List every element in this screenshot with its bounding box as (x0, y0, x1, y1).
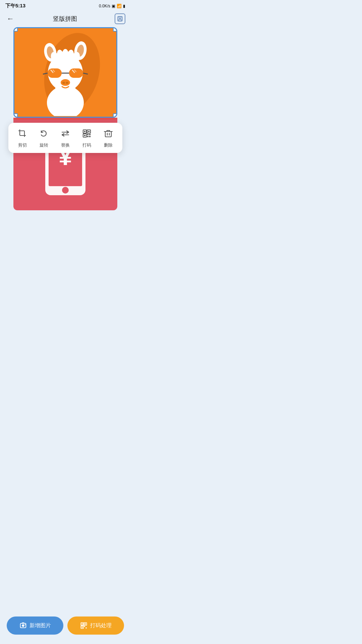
svg-rect-37 (88, 131, 89, 132)
save-icon (117, 16, 123, 22)
crop-icon (18, 129, 27, 140)
rotate-icon (39, 129, 49, 140)
network-speed: 0.0K/s (99, 4, 110, 8)
status-bar: 下午5:13 0.0K/s ▣ 📶 ▮ (0, 0, 131, 10)
svg-rect-2 (119, 19, 121, 21)
svg-rect-43 (105, 131, 111, 137)
svg-rect-41 (87, 136, 88, 137)
toolbar-item-rotate[interactable]: 旋转 (33, 129, 55, 148)
section-divider (13, 118, 117, 120)
qrcode-icon (82, 129, 92, 140)
toolbar-item-replace[interactable]: 替换 (55, 129, 76, 148)
svg-rect-0 (118, 16, 122, 21)
nav-bar: ← 竖版拼图 (0, 10, 131, 27)
svg-rect-16 (48, 68, 62, 78)
replace-label: 替换 (61, 142, 70, 148)
delete-icon (104, 129, 113, 140)
svg-point-30 (62, 187, 69, 194)
svg-rect-42 (89, 136, 90, 137)
handle-top-right[interactable] (113, 28, 117, 32)
toolbar-item-qrcode[interactable]: 打码 (76, 129, 98, 148)
battery-level: ▮ (123, 4, 125, 8)
battery-icon: ▣ (112, 4, 115, 8)
status-icons: 0.0K/s ▣ 📶 ▮ (99, 4, 125, 8)
svg-rect-17 (69, 68, 83, 78)
delete-label: 删除 (104, 142, 113, 148)
svg-rect-38 (84, 135, 85, 136)
alpaca-image (14, 28, 116, 117)
handle-bottom-right[interactable] (113, 113, 117, 117)
svg-rect-36 (84, 131, 85, 132)
status-time: 下午5:13 (5, 3, 25, 9)
image-slot-1[interactable] (13, 27, 117, 118)
page-title: 竖版拼图 (53, 15, 77, 23)
handle-bottom-left[interactable] (14, 113, 18, 117)
handle-top-left[interactable] (14, 28, 18, 32)
svg-point-26 (62, 82, 65, 84)
svg-point-27 (66, 82, 68, 84)
toolbar-item-crop[interactable]: 剪切 (12, 129, 33, 148)
back-button[interactable]: ← (5, 13, 15, 24)
qrcode-label: 打码 (82, 142, 91, 148)
toolbar-popup: 剪切 旋转 替换 (8, 123, 122, 153)
wifi-icon: 📶 (117, 4, 122, 8)
svg-rect-39 (87, 134, 88, 135)
alpaca-svg (23, 29, 107, 116)
rotate-label: 旋转 (40, 142, 48, 148)
toolbar-item-delete[interactable]: 删除 (98, 129, 119, 148)
save-button[interactable] (115, 13, 125, 24)
replace-icon (61, 129, 70, 140)
svg-point-25 (61, 79, 70, 86)
svg-rect-1 (119, 16, 121, 18)
canvas-area: ¥ 剪切 旋转 (0, 27, 131, 210)
crop-label: 剪切 (18, 142, 27, 148)
svg-rect-40 (89, 134, 90, 135)
